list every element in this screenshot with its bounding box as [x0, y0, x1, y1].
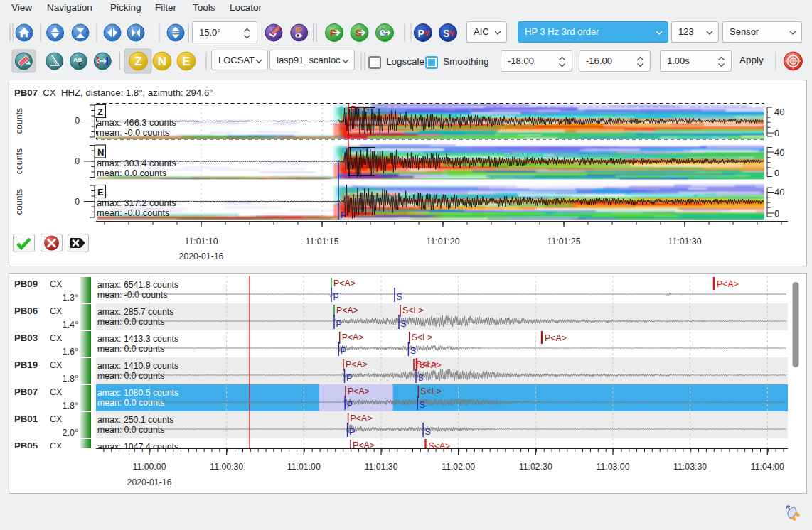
svg-text:amax: 1410.9 counts: amax: 1410.9 counts: [97, 361, 178, 371]
svg-text:mean: 0.0 counts: mean: 0.0 counts: [97, 317, 164, 327]
svg-text:2.2°: 2.2°: [63, 455, 78, 465]
svg-text:amax: 285.7 counts: amax: 285.7 counts: [97, 307, 173, 317]
svg-text:PB03: PB03: [14, 332, 38, 343]
svg-text:11:03:30: 11:03:30: [673, 462, 707, 472]
svg-text:P<A>: P<A>: [336, 305, 358, 315]
svg-text:PB05: PB05: [14, 440, 38, 451]
svg-text:1.6°: 1.6°: [63, 347, 78, 357]
svg-text:P<A>: P<A>: [342, 332, 364, 342]
svg-text:S: S: [401, 319, 407, 329]
svg-text:P<A>: P<A>: [545, 333, 567, 343]
svg-text:CX: CX: [50, 441, 63, 451]
svg-text:CX: CX: [50, 360, 63, 370]
svg-text:11:03:00: 11:03:00: [597, 462, 630, 472]
svg-text:11:04:00: 11:04:00: [751, 462, 784, 472]
svg-text:mean: 0.0 counts: mean: 0.0 counts: [97, 371, 164, 381]
svg-text:P: P: [346, 373, 352, 383]
svg-text:PB07: PB07: [14, 386, 38, 397]
svg-text:CX: CX: [50, 387, 63, 397]
svg-text:mean: 0.0 counts: mean: 0.0 counts: [97, 452, 164, 462]
svg-text:S: S: [410, 346, 416, 356]
svg-text:S<A>: S<A>: [420, 360, 442, 370]
svg-text:1.8°: 1.8°: [63, 401, 78, 411]
svg-text:11:01:00: 11:01:00: [287, 462, 321, 472]
svg-text:CX: CX: [50, 279, 63, 289]
svg-text:11:01:30: 11:01:30: [365, 462, 398, 472]
svg-text:P<A>: P<A>: [348, 386, 370, 396]
svg-text:S: S: [418, 373, 424, 383]
svg-text:S<L>: S<L>: [420, 386, 441, 396]
svg-text:mean: 0.0 counts: mean: 0.0 counts: [97, 425, 164, 435]
svg-text:P<A>: P<A>: [333, 278, 356, 288]
svg-text:P: P: [333, 292, 339, 302]
svg-text:CX: CX: [50, 333, 63, 343]
svg-text:P: P: [336, 319, 342, 329]
svg-text:S: S: [397, 292, 402, 302]
svg-text:11:00:30: 11:00:30: [210, 462, 243, 472]
svg-text:P: P: [347, 400, 353, 410]
svg-text:11:02:00: 11:02:00: [442, 462, 475, 472]
svg-text:PB19: PB19: [14, 359, 38, 370]
svg-text:2020-01-16: 2020-01-16: [127, 477, 172, 487]
svg-text:PB06: PB06: [14, 305, 38, 316]
svg-text:PB01: PB01: [14, 413, 38, 424]
svg-text:S: S: [425, 427, 431, 437]
svg-text:S<L>: S<L>: [412, 332, 432, 342]
svg-text:S<A>: S<A>: [429, 441, 451, 451]
svg-text:mean: -0.0 counts: mean: -0.0 counts: [97, 290, 167, 300]
svg-text:P: P: [341, 346, 346, 356]
svg-text:1.8°: 1.8°: [63, 374, 78, 384]
svg-text:amax: 6541.8 counts: amax: 6541.8 counts: [97, 280, 178, 290]
svg-text:CX: CX: [50, 306, 63, 316]
svg-text:PB09: PB09: [14, 278, 38, 289]
svg-text:1.4°: 1.4°: [63, 320, 78, 330]
svg-text:P<A>: P<A>: [351, 413, 373, 423]
svg-text:11:00:00: 11:00:00: [133, 462, 166, 472]
svg-text:mean: 0.0 counts: mean: 0.0 counts: [97, 344, 164, 354]
svg-text:amax: 1080.5 counts: amax: 1080.5 counts: [97, 388, 178, 398]
svg-text:1.3°: 1.3°: [63, 293, 78, 303]
svg-text:S: S: [420, 400, 425, 410]
svg-text:amax: 1047.4 counts: amax: 1047.4 counts: [97, 442, 178, 452]
svg-text:11:02:30: 11:02:30: [519, 462, 552, 472]
svg-text:amax: 1413.3 counts: amax: 1413.3 counts: [97, 334, 178, 344]
svg-text:P<A>: P<A>: [717, 279, 739, 289]
svg-text:CX: CX: [50, 414, 63, 424]
svg-text:mean: 0.0 counts: mean: 0.0 counts: [97, 398, 164, 408]
svg-text:P: P: [349, 427, 355, 437]
svg-text:amax: 250.1 counts: amax: 250.1 counts: [97, 415, 173, 425]
svg-text:S<L>: S<L>: [402, 305, 423, 315]
svg-text:P<A>: P<A>: [346, 359, 368, 369]
svg-text:2.0°: 2.0°: [63, 428, 78, 438]
